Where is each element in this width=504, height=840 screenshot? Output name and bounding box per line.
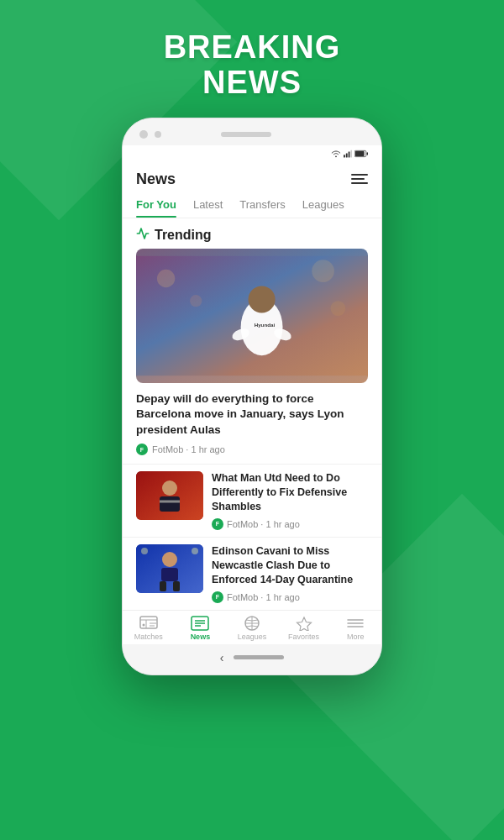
- bottom-nav: Matches News: [123, 610, 381, 644]
- more-icon: [346, 616, 365, 631]
- wifi-icon: [331, 149, 341, 159]
- news-info-2: Edinson Cavani to Miss Newcastle Clash D…: [212, 544, 368, 603]
- phone-wrapper: News For You Latest Transfers Leagues: [0, 118, 504, 675]
- news-thumb-2: [136, 544, 203, 593]
- home-bar[interactable]: [234, 655, 284, 659]
- svg-rect-28: [140, 617, 157, 628]
- news-title-2: Edinson Cavani to Miss Newcastle Clash D…: [212, 544, 368, 587]
- trending-label: Trending: [155, 228, 212, 243]
- phone-top-bar: [123, 118, 381, 145]
- news-item-1[interactable]: What Man Utd Need to Do Differently to F…: [123, 464, 381, 537]
- svg-point-11: [330, 301, 345, 316]
- svg-point-22: [162, 552, 177, 567]
- svg-point-10: [312, 260, 334, 282]
- phone-bottom-bar: ‹: [123, 644, 381, 675]
- news-thumb-1: [136, 471, 203, 520]
- nav-item-news[interactable]: News: [175, 616, 227, 641]
- trending-section-heading: Trending: [123, 218, 381, 249]
- news-thumb-img-1: [136, 471, 203, 520]
- back-arrow-icon[interactable]: ‹: [220, 651, 224, 664]
- app-header: News: [123, 162, 381, 193]
- news-thumb-img-2: [136, 544, 203, 593]
- svg-point-26: [141, 548, 148, 554]
- svg-point-18: [162, 480, 177, 496]
- nav-item-more[interactable]: More: [329, 616, 381, 641]
- news-source-row-1: F FotMob · 1 hr ago: [212, 518, 368, 530]
- phone-side-button: [381, 219, 382, 253]
- leagues-icon: [243, 616, 261, 631]
- phone-speaker: [221, 132, 271, 137]
- hero-player-svg: Hyundai: [136, 249, 368, 383]
- svg-rect-24: [160, 581, 166, 591]
- tab-leagues[interactable]: Leagues: [302, 193, 344, 218]
- nav-item-matches[interactable]: Matches: [123, 616, 175, 641]
- app-title: News: [136, 171, 176, 188]
- hero-source-logo: F: [136, 444, 148, 455]
- svg-rect-0: [344, 155, 345, 157]
- news-source-text-2: FotMob · 1 hr ago: [227, 592, 300, 602]
- hamburger-line-2: [351, 178, 365, 180]
- app-content: News For You Latest Transfers Leagues: [123, 162, 381, 644]
- hamburger-line-3: [351, 182, 368, 184]
- nav-label-news: News: [191, 633, 211, 641]
- hamburger-line-1: [351, 174, 368, 176]
- camera-dot-1: [139, 130, 148, 139]
- svg-rect-2: [349, 151, 350, 157]
- hero-image-placeholder: Hyundai: [136, 249, 368, 383]
- news-source-text-1: FotMob · 1 hr ago: [227, 519, 300, 529]
- svg-rect-3: [350, 150, 352, 157]
- nav-label-leagues: Leagues: [238, 633, 267, 641]
- svg-marker-39: [297, 617, 311, 631]
- news-info-1: What Man Utd Need to Do Differently to F…: [212, 471, 368, 530]
- svg-text:Hyundai: Hyundai: [255, 322, 276, 328]
- news-icon: [191, 616, 209, 631]
- svg-point-9: [190, 295, 202, 307]
- news-source-logo-1: F: [212, 518, 223, 530]
- svg-point-31: [142, 623, 144, 626]
- nav-label-matches: Matches: [134, 633, 163, 641]
- favorites-icon: [295, 616, 313, 631]
- status-bar: [123, 145, 381, 162]
- svg-point-8: [157, 269, 175, 286]
- news-source-row-2: F FotMob · 1 hr ago: [212, 591, 368, 603]
- battery-icon: [354, 150, 368, 158]
- news-source-logo-2: F: [212, 591, 223, 603]
- tab-for-you[interactable]: For You: [136, 193, 176, 218]
- trending-icon: [136, 227, 150, 244]
- hero-source-row: F FotMob · 1 hr ago: [123, 442, 381, 464]
- svg-point-27: [192, 548, 198, 554]
- tab-latest[interactable]: Latest: [193, 193, 223, 218]
- status-icons: [331, 149, 368, 159]
- phone-device: News For You Latest Transfers Leagues: [122, 118, 382, 675]
- nav-label-favorites: Favorites: [288, 633, 319, 641]
- news-item-2[interactable]: Edinson Cavani to Miss Newcastle Clash D…: [123, 537, 381, 610]
- svg-rect-19: [160, 496, 180, 512]
- nav-label-more: More: [347, 633, 365, 641]
- signal-icon: [344, 149, 352, 159]
- phone-cameras: [139, 130, 161, 139]
- hero-image[interactable]: Hyundai: [136, 249, 368, 383]
- header-title: BREAKING NEWS: [0, 30, 504, 101]
- nav-item-leagues[interactable]: Leagues: [226, 616, 278, 641]
- breaking-news-header: BREAKING NEWS: [0, 0, 504, 118]
- hero-article-title[interactable]: Depay will do everything to force Barcel…: [123, 383, 381, 443]
- svg-rect-25: [173, 581, 180, 591]
- camera-dot-2: [155, 131, 161, 138]
- menu-button[interactable]: [351, 174, 368, 184]
- svg-rect-1: [346, 153, 348, 157]
- svg-rect-23: [161, 568, 178, 581]
- hero-source-text: FotMob · 1 hr ago: [152, 444, 225, 454]
- news-title-1: What Man Utd Need to Do Differently to F…: [212, 471, 368, 514]
- svg-point-13: [249, 286, 276, 312]
- nav-item-favorites[interactable]: Favorites: [278, 616, 330, 641]
- tab-transfers[interactable]: Transfers: [239, 193, 285, 218]
- matches-icon: [139, 616, 158, 631]
- tabs-bar: For You Latest Transfers Leagues: [123, 193, 381, 218]
- svg-rect-5: [355, 151, 365, 156]
- svg-rect-6: [367, 152, 368, 155]
